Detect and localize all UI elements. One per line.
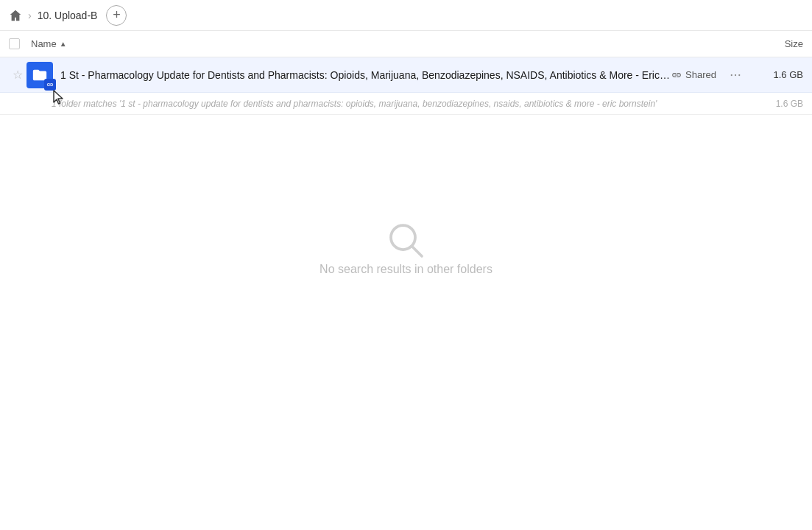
more-options-button[interactable]	[725, 68, 746, 82]
empty-search-icon	[384, 219, 428, 263]
home-button[interactable]	[9, 9, 22, 22]
share-badge	[44, 79, 56, 91]
empty-state: No search results in other folders	[0, 115, 812, 380]
link-icon	[671, 70, 682, 80]
shared-indicator: Shared	[671, 69, 716, 80]
name-column-header[interactable]: Name ▲	[31, 38, 744, 49]
breadcrumb-bar: › 10. Upload-B +	[0, 0, 812, 31]
match-info-row: 1 folder matches '1 st - pharmacology up…	[0, 93, 812, 115]
sort-arrow-icon: ▲	[60, 40, 67, 48]
file-row[interactable]: ☆ 1 St - Pharmacology Update for Dentist…	[0, 57, 812, 93]
column-header-row: Name ▲ Size	[0, 31, 812, 57]
star-button[interactable]: ☆	[9, 68, 27, 82]
svg-point-0	[731, 74, 732, 75]
shared-label: Shared	[685, 69, 716, 80]
match-info-size: 1.6 GB	[752, 99, 803, 109]
breadcrumb-upload-b[interactable]: 10. Upload-B	[38, 10, 98, 21]
file-name[interactable]: 1 St - Pharmacology Update for Dentists …	[60, 69, 671, 81]
file-size: 1.6 GB	[752, 69, 803, 80]
add-button[interactable]: +	[106, 5, 127, 26]
folder-icon-wrapper	[27, 62, 53, 88]
select-all-checkbox-wrapper[interactable]	[9, 38, 31, 49]
empty-state-message: No search results in other folders	[319, 263, 493, 276]
breadcrumb-separator: ›	[28, 10, 32, 21]
match-info-text: 1 folder matches '1 st - pharmacology up…	[52, 99, 752, 109]
select-all-checkbox[interactable]	[9, 38, 20, 49]
svg-point-2	[738, 74, 740, 75]
svg-line-4	[412, 247, 422, 257]
name-column-label: Name	[31, 38, 57, 49]
size-column-header: Size	[744, 38, 803, 49]
svg-point-1	[735, 74, 736, 75]
